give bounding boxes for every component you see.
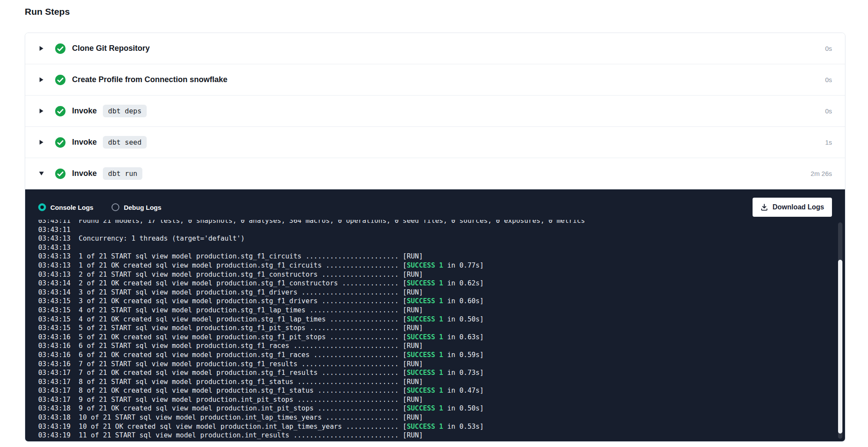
log-success-status: SUCCESS 1 [407, 423, 443, 430]
log-success-status: SUCCESS 1 [407, 315, 443, 323]
step-duration: 0s [825, 76, 832, 83]
log-line: 03:43:13 [38, 243, 825, 252]
log-success-status: SUCCESS 1 [407, 404, 443, 412]
radio-label: Console Logs [50, 204, 93, 211]
step-title: Invoke [72, 106, 97, 116]
radio-selected-icon [38, 203, 46, 211]
log-success-status: SUCCESS 1 [407, 369, 443, 377]
log-line: 03:43:17 7 of 21 OK created sql view mod… [38, 368, 825, 377]
step-row-invoke-dbt-run[interactable]: Invoke dbt run 2m 26s [25, 158, 845, 189]
log-line: 03:43:16 7 of 21 START sql view model pr… [38, 360, 825, 369]
log-line: 03:43:15 5 of 21 START sql view model pr… [38, 324, 825, 333]
log-line: 03:43:11 [38, 225, 825, 235]
log-line: 03:43:13 Concurrency: 1 threads (target=… [38, 234, 825, 243]
log-line: 03:43:16 6 of 21 START sql view model pr… [38, 341, 825, 351]
log-scrollbar-track[interactable] [838, 222, 842, 439]
log-panel-header: Console Logs Debug Logs Download Logs [25, 189, 845, 220]
step-title: Invoke [72, 169, 97, 178]
console-logs-radio[interactable]: Console Logs [38, 203, 93, 211]
log-line: 03:43:15 4 of 21 OK created sql view mod… [38, 315, 825, 324]
download-icon [760, 203, 768, 211]
step-title: Invoke [72, 138, 97, 147]
step-duration: 0s [825, 45, 832, 52]
success-check-icon [55, 43, 66, 54]
log-line: 03:43:14 3 of 21 START sql view model pr… [38, 288, 825, 297]
step-row-create-profile[interactable]: Create Profile from Connection snowflake… [25, 64, 845, 96]
log-line: 03:43:18 10 of 21 START sql view model p… [38, 413, 825, 422]
console-log-lines: 03:43:11 Found 21 models, 17 tests, 0 sn… [38, 220, 825, 440]
command-pill: dbt deps [103, 105, 147, 117]
command-pill: dbt run [103, 167, 142, 180]
log-line: 03:43:13 1 of 21 START sql view model pr… [38, 252, 825, 261]
log-line: 03:43:15 3 of 21 OK created sql view mod… [38, 297, 825, 306]
log-line: 03:43:17 8 of 21 OK created sql view mod… [38, 386, 825, 395]
run-steps-card: Clone Git Repository 0s Create Profile f… [25, 33, 845, 442]
chevron-right-icon[interactable] [38, 139, 44, 145]
log-success-status: SUCCESS 1 [407, 279, 443, 287]
chevron-right-icon[interactable] [38, 108, 44, 114]
radio-label: Debug Logs [124, 204, 161, 211]
success-check-icon [55, 74, 66, 86]
log-line: 03:43:19 10 of 21 OK created sql view mo… [38, 422, 825, 431]
success-check-icon [55, 168, 66, 179]
log-line: 03:43:15 4 of 21 START sql view model pr… [38, 306, 825, 315]
log-line: 03:43:13 1 of 21 OK created sql view mod… [38, 261, 825, 270]
log-line: 03:43:17 8 of 21 START sql view model pr… [38, 377, 825, 387]
log-success-status: SUCCESS 1 [407, 333, 443, 341]
log-scrollbar-thumb[interactable] [838, 260, 842, 434]
chevron-down-icon[interactable] [38, 171, 44, 176]
download-logs-button[interactable]: Download Logs [753, 198, 832, 217]
page-title: Run Steps [25, 7, 868, 17]
log-line: 03:43:13 2 of 21 START sql view model pr… [38, 270, 825, 279]
step-row-invoke-dbt-deps[interactable]: Invoke dbt deps 0s [25, 96, 845, 127]
console-log-output[interactable]: 03:43:11 Found 21 models, 17 tests, 0 sn… [25, 220, 845, 441]
log-line: 03:43:16 6 of 21 OK created sql view mod… [38, 351, 825, 360]
success-check-icon [55, 137, 66, 148]
log-line: 03:43:16 5 of 21 OK created sql view mod… [38, 333, 825, 342]
debug-logs-radio[interactable]: Debug Logs [112, 203, 161, 211]
log-panel: Console Logs Debug Logs Download Logs 03… [25, 189, 845, 441]
command-pill: dbt seed [103, 136, 147, 149]
log-success-status: SUCCESS 1 [407, 297, 443, 305]
step-row-clone-git-repository[interactable]: Clone Git Repository 0s [25, 33, 845, 64]
chevron-right-icon[interactable] [38, 46, 44, 51]
step-title: Create Profile from Connection snowflake [72, 75, 227, 84]
step-duration: 2m 26s [811, 170, 832, 177]
log-line: 03:43:19 11 of 21 START sql view model p… [38, 431, 825, 440]
chevron-right-icon[interactable] [38, 77, 44, 83]
log-line: 03:43:11 Found 21 models, 17 tests, 0 sn… [38, 220, 825, 225]
log-line: 03:43:14 2 of 21 OK created sql view mod… [38, 279, 825, 288]
radio-unselected-icon [112, 203, 119, 211]
success-check-icon [55, 106, 66, 117]
download-logs-label: Download Logs [773, 203, 824, 211]
log-success-status: SUCCESS 1 [407, 387, 443, 394]
step-duration: 0s [825, 107, 832, 115]
run-steps-page: Run Steps Clone Git Repository 0s Create… [0, 7, 868, 442]
log-line: 03:43:18 9 of 21 OK created sql view mod… [38, 404, 825, 413]
step-duration: 1s [825, 139, 832, 146]
step-title: Clone Git Repository [72, 44, 150, 53]
log-line: 03:43:17 9 of 21 START sql view model pr… [38, 395, 825, 404]
log-success-status: SUCCESS 1 [407, 351, 443, 359]
log-success-status: SUCCESS 1 [407, 262, 443, 269]
step-row-invoke-dbt-seed[interactable]: Invoke dbt seed 1s [25, 127, 845, 158]
